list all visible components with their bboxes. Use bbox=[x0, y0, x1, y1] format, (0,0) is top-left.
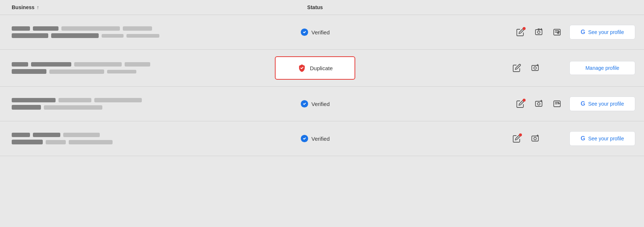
svg-rect-4 bbox=[532, 65, 538, 71]
svg-rect-1 bbox=[535, 30, 542, 35]
verified-icon bbox=[300, 135, 308, 143]
blurred-text bbox=[12, 98, 56, 102]
status-cell: Verified bbox=[260, 28, 370, 36]
blurred-text bbox=[46, 140, 66, 144]
blurred-text bbox=[44, 105, 102, 110]
blurred-text bbox=[12, 140, 43, 144]
blurred-text bbox=[33, 133, 60, 137]
manage-profile-label: Manage profile bbox=[586, 65, 620, 71]
add-photo-button[interactable] bbox=[529, 62, 541, 74]
svg-rect-11 bbox=[532, 136, 538, 141]
business-info bbox=[12, 133, 260, 144]
add-photo-icon bbox=[531, 64, 539, 72]
blurred-text bbox=[94, 98, 142, 102]
edit-button[interactable] bbox=[515, 98, 526, 110]
notification-dot bbox=[519, 133, 522, 136]
business-column-header[interactable]: Business ↑ bbox=[12, 4, 260, 10]
blurred-text bbox=[102, 34, 124, 38]
blurred-text bbox=[12, 133, 30, 137]
verified-label: Verified bbox=[311, 29, 330, 35]
blurred-text bbox=[51, 33, 99, 38]
svg-point-8 bbox=[538, 103, 540, 105]
add-photo-icon bbox=[534, 28, 543, 37]
status-cell: Verified bbox=[260, 135, 370, 143]
actions-cell: G See your profile bbox=[370, 131, 635, 146]
add-photo-button[interactable] bbox=[533, 98, 545, 110]
add-post-icon bbox=[553, 28, 561, 37]
add-photo-icon bbox=[531, 134, 539, 143]
business-info bbox=[12, 26, 260, 38]
svg-rect-7 bbox=[535, 101, 542, 106]
see-profile-button[interactable]: G See your profile bbox=[569, 131, 635, 146]
business-name-lines bbox=[12, 98, 260, 110]
blurred-text bbox=[126, 34, 159, 38]
sort-arrow-icon: ↑ bbox=[37, 4, 39, 10]
table-row: Verified bbox=[0, 15, 644, 50]
google-g-logo: G bbox=[581, 135, 585, 142]
edit-button[interactable] bbox=[515, 26, 526, 38]
blurred-text bbox=[107, 70, 136, 73]
svg-point-12 bbox=[534, 137, 537, 140]
actions-cell: G See your profile bbox=[370, 25, 635, 39]
blurred-text bbox=[12, 26, 30, 31]
table-row: Verified G See your prof bbox=[0, 121, 644, 156]
see-profile-label: See your profile bbox=[588, 101, 624, 107]
table-row: Duplicate Manage profile bbox=[0, 50, 644, 87]
google-g-logo: G bbox=[581, 29, 585, 35]
see-profile-label: See your profile bbox=[588, 136, 624, 141]
manage-profile-button[interactable]: Manage profile bbox=[569, 61, 635, 75]
edit-button[interactable] bbox=[511, 133, 523, 144]
verified-badge: Verified bbox=[300, 100, 330, 108]
svg-point-5 bbox=[534, 67, 537, 69]
duplicate-label: Duplicate bbox=[310, 65, 333, 71]
duplicate-status-cell: Duplicate bbox=[260, 56, 370, 80]
blurred-text bbox=[61, 26, 120, 31]
verified-label: Verified bbox=[311, 101, 330, 107]
edit-button[interactable] bbox=[511, 62, 523, 74]
blurred-text bbox=[12, 69, 46, 74]
google-g-logo: G bbox=[581, 101, 585, 107]
table-row: Verified bbox=[0, 87, 644, 121]
blurred-text bbox=[12, 62, 28, 67]
business-info bbox=[12, 62, 260, 74]
business-info bbox=[12, 98, 260, 110]
business-header-label: Business bbox=[12, 4, 34, 10]
verified-icon bbox=[300, 28, 308, 36]
actions-cell: G See your profile bbox=[370, 97, 635, 111]
verified-label: Verified bbox=[311, 136, 330, 142]
add-post-button[interactable] bbox=[551, 26, 563, 38]
verified-badge: Verified bbox=[300, 135, 330, 143]
notification-dot bbox=[523, 99, 526, 102]
business-table: Business ↑ Status bbox=[0, 0, 644, 156]
verified-badge: Verified bbox=[300, 28, 330, 36]
blurred-text bbox=[33, 26, 58, 31]
duplicate-shield-icon bbox=[298, 64, 306, 72]
blurred-text bbox=[58, 98, 91, 102]
blurred-text bbox=[69, 140, 113, 144]
duplicate-badge: Duplicate bbox=[275, 56, 355, 80]
blurred-text bbox=[31, 62, 71, 67]
verified-icon bbox=[300, 100, 308, 108]
blurred-text bbox=[123, 26, 152, 31]
blurred-text bbox=[12, 105, 41, 110]
status-cell: Verified bbox=[260, 100, 370, 108]
table-header: Business ↑ Status bbox=[0, 0, 644, 15]
blurred-text bbox=[49, 69, 104, 74]
add-post-icon bbox=[553, 99, 561, 108]
actions-cell: Manage profile bbox=[370, 61, 635, 75]
business-name-lines bbox=[12, 26, 260, 38]
business-name-lines bbox=[12, 133, 260, 144]
add-post-button[interactable] bbox=[551, 98, 563, 110]
add-photo-icon bbox=[534, 99, 543, 108]
edit-icon bbox=[512, 64, 521, 72]
svg-point-2 bbox=[538, 31, 540, 34]
add-photo-button[interactable] bbox=[529, 133, 541, 144]
see-profile-label: See your profile bbox=[588, 29, 624, 35]
add-photo-button[interactable] bbox=[533, 26, 545, 38]
blurred-text bbox=[125, 62, 150, 67]
see-profile-button[interactable]: G See your profile bbox=[569, 25, 635, 39]
notification-dot bbox=[523, 27, 526, 30]
status-column-header: Status bbox=[260, 4, 370, 10]
blurred-text bbox=[12, 33, 48, 38]
see-profile-button[interactable]: G See your profile bbox=[569, 97, 635, 111]
